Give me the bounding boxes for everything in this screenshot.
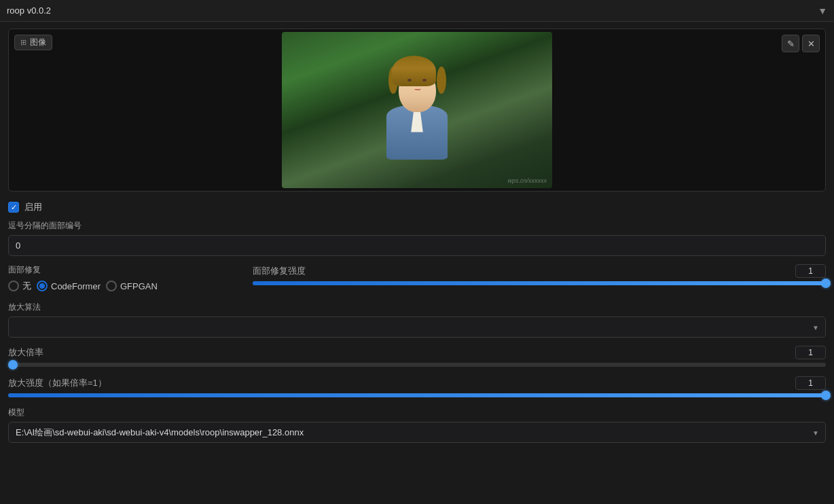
radio-none-circle	[8, 281, 19, 291]
upscale-factor-track[interactable]	[8, 363, 826, 367]
mouth	[414, 87, 421, 90]
radio-codeformer-circle	[37, 281, 48, 291]
image-action-buttons: ✎ ✕	[782, 35, 820, 52]
upscale-factor-label: 放大倍率	[8, 346, 43, 359]
radio-gfpgan-label: GFPGAN	[120, 281, 158, 291]
radio-codeformer[interactable]: CodeFormer	[37, 281, 101, 291]
person-figure	[386, 61, 448, 160]
upscale-algorithm-label: 放大算法	[8, 302, 826, 313]
upscale-strength-thumb[interactable]	[821, 391, 831, 400]
face-strength-fill	[253, 281, 826, 285]
person-body	[386, 105, 448, 160]
title-bar: roop v0.0.2 ▼	[0, 0, 834, 22]
image-preview-area: ⊞ 图像 ✎ ✕	[8, 29, 826, 192]
face-repair-options: 无 CodeFormer GFPGAN	[8, 280, 239, 292]
radio-gfpgan[interactable]: GFPGAN	[106, 281, 158, 291]
face-strength-label: 面部修复强度	[253, 265, 306, 277]
face-strength-value[interactable]: 1	[795, 264, 826, 278]
upscale-algorithm-select[interactable]: Lanczos Nearest ESRGAN_4x	[8, 317, 826, 338]
face-strength-thumb[interactable]	[821, 278, 831, 288]
face-number-label: 逗号分隔的面部编号	[8, 220, 826, 232]
main-container: ⊞ 图像 ✎ ✕	[0, 22, 834, 450]
upscale-factor-header: 放大倍率 1	[8, 346, 826, 359]
app-title: roop v0.0.2	[7, 5, 51, 16]
edit-image-button[interactable]: ✎	[782, 35, 799, 52]
upscale-algorithm-wrapper: Lanczos Nearest ESRGAN_4x	[8, 317, 826, 338]
photo-frame: wps.cn/xxxxxx	[282, 32, 552, 188]
eye-left	[407, 79, 412, 82]
upscale-strength-track[interactable]	[8, 393, 826, 397]
radio-none-label: 无	[22, 280, 31, 292]
eye-right	[422, 79, 427, 82]
upscale-factor-thumb[interactable]	[8, 360, 18, 370]
enable-label: 启用	[24, 201, 42, 213]
checkmark-icon: ✓	[11, 204, 17, 211]
upscale-algorithm-section: 放大算法 Lanczos Nearest ESRGAN_4x	[8, 302, 826, 338]
model-section: 模型 E:\AI绘画\sd-webui-aki\sd-webui-aki-v4\…	[8, 407, 826, 443]
person-hair	[392, 56, 436, 86]
model-label: 模型	[8, 407, 826, 418]
radio-codeformer-label: CodeFormer	[51, 281, 101, 291]
image-badge-label: 图像	[30, 37, 46, 48]
watermark: wps.cn/xxxxxx	[507, 177, 547, 184]
face-number-section: 逗号分隔的面部编号	[8, 220, 826, 256]
close-image-button[interactable]: ✕	[802, 35, 820, 52]
model-select[interactable]: E:\AI绘画\sd-webui-aki\sd-webui-aki-v4\mod…	[8, 422, 826, 443]
radio-gfpgan-circle	[106, 281, 117, 291]
image-badge-icon: ⊞	[20, 38, 26, 47]
shirt-collar	[410, 109, 424, 132]
face-strength-track[interactable]	[253, 281, 826, 285]
image-badge: ⊞ 图像	[14, 35, 52, 50]
upscale-strength-value[interactable]: 1	[795, 376, 826, 390]
enable-checkbox[interactable]: ✓	[8, 202, 19, 213]
radio-none[interactable]: 无	[8, 280, 31, 292]
face-number-input[interactable]	[8, 235, 826, 256]
upscale-strength-header: 放大强度（如果倍率=1） 1	[8, 376, 826, 390]
upscale-strength-label: 放大强度（如果倍率=1）	[8, 377, 107, 389]
enable-row: ✓ 启用	[8, 201, 826, 213]
person-hair-side-right	[437, 67, 446, 94]
face-strength-header: 面部修复强度 1	[253, 264, 826, 278]
upscale-factor-value[interactable]: 1	[795, 346, 826, 359]
collapse-arrow-icon[interactable]: ▼	[818, 5, 827, 16]
model-wrapper: E:\AI绘画\sd-webui-aki\sd-webui-aki-v4\mod…	[8, 422, 826, 443]
upscale-factor-container: 放大倍率 1	[8, 346, 826, 367]
upscale-strength-container: 放大强度（如果倍率=1） 1	[8, 376, 826, 397]
upscale-strength-fill	[8, 393, 826, 397]
face-repair-label: 面部修复	[8, 264, 239, 276]
